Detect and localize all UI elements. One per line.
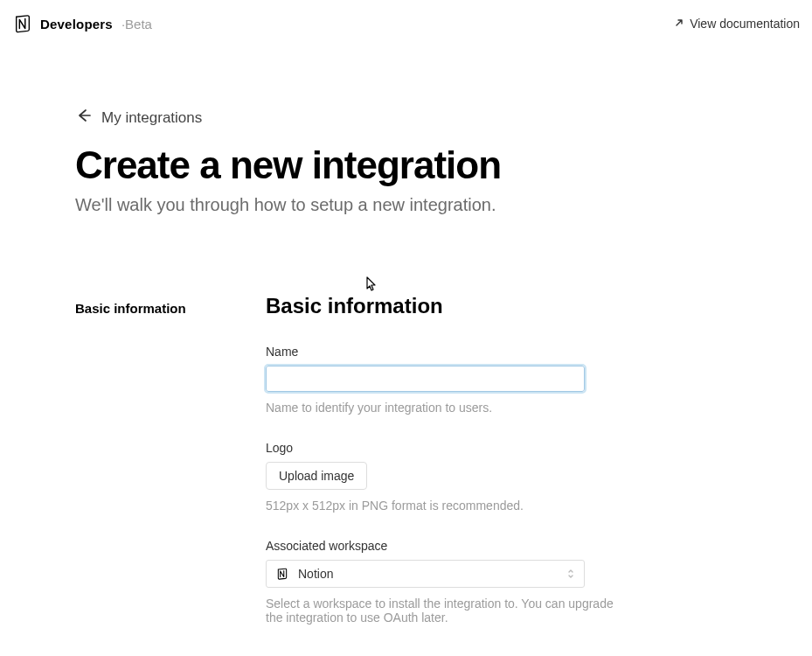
sidebar-item-basic-information[interactable]: Basic information [75,294,246,316]
page-title: Create a new integration [75,144,737,186]
logo-help: 512px x 512px in PNG format is recommend… [266,499,624,513]
name-input[interactable] [266,366,585,392]
view-documentation-label: View documentation [690,17,800,31]
upload-image-button[interactable]: Upload image [266,462,367,490]
form-main: Basic information Name Name to identify … [266,294,624,651]
name-label: Name [266,345,624,359]
topbar: Developers ·Beta View documentation [0,0,812,47]
name-help: Name to identify your integration to use… [266,401,624,415]
workspace-selected-label: Notion [298,567,333,581]
field-name: Name Name to identify your integration t… [266,345,624,415]
sidebar: Basic information [75,294,246,651]
breadcrumb-label: My integrations [101,109,202,127]
logo-label: Logo [266,441,624,455]
brand-name: Developers [40,17,113,31]
field-workspace: Associated workspace Notion [266,539,624,625]
workspace-select[interactable]: Notion [266,560,585,588]
view-documentation-link[interactable]: View documentation [674,17,800,31]
brand: Developers ·Beta [12,13,152,34]
arrow-left-icon [75,107,93,129]
external-link-icon [674,17,684,31]
section-heading: Basic information [266,294,624,318]
notion-workspace-icon [275,567,289,581]
workspace-label: Associated workspace [266,539,624,553]
notion-logo-icon [12,13,33,34]
field-logo: Logo Upload image 512px x 512px in PNG f… [266,441,624,513]
select-chevron-icon [566,568,575,580]
workspace-help: Select a workspace to install the integr… [266,597,624,625]
page-subtitle: We'll walk you through how to setup a ne… [75,195,737,215]
brand-beta: ·Beta [121,17,152,31]
breadcrumb-back[interactable]: My integrations [75,107,202,129]
